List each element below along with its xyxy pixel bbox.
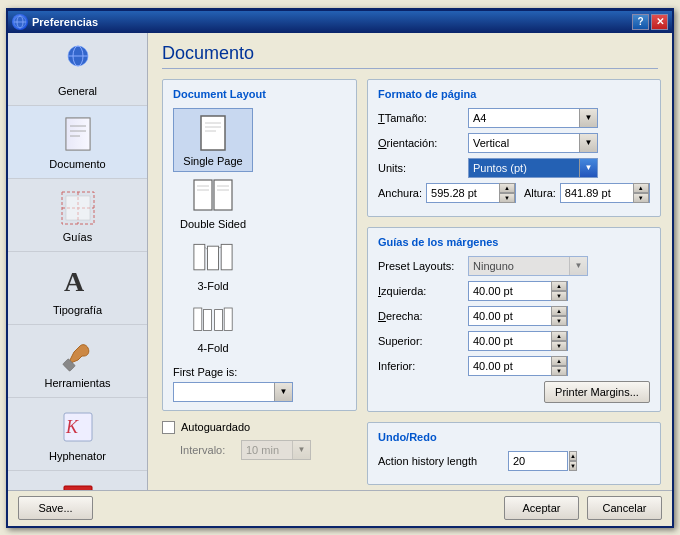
izquierda-spinner[interactable]: 40.00 pt ▲ ▼ xyxy=(468,281,568,301)
svg-rect-32 xyxy=(208,246,219,270)
close-button[interactable]: ✕ xyxy=(651,14,668,30)
guias-margenes-section: Guías de los márgenes Preset Layouts: Ni… xyxy=(367,227,661,412)
svg-text:A: A xyxy=(64,266,85,297)
derecha-label: Derecha: xyxy=(378,310,468,322)
izquierda-up[interactable]: ▲ xyxy=(551,281,567,291)
guias-icon xyxy=(57,187,99,229)
herramientas-icon xyxy=(57,333,99,375)
altura-up[interactable]: ▲ xyxy=(633,183,649,193)
sidebar-label-documento: Documento xyxy=(49,158,105,170)
svg-rect-14 xyxy=(66,196,90,220)
first-page-row: First Page is: xyxy=(173,366,346,378)
units-row: Units: Puntos (pt) ▼ xyxy=(378,158,650,178)
action-up[interactable]: ▲ xyxy=(569,451,577,461)
derecha-up[interactable]: ▲ xyxy=(551,306,567,316)
tamano-select[interactable]: A4 ▼ xyxy=(468,108,598,128)
svg-rect-33 xyxy=(221,244,232,269)
autoguardado-row: Autoguardado xyxy=(162,421,357,434)
izquierda-down[interactable]: ▼ xyxy=(551,291,567,301)
orientacion-value: Vertical xyxy=(469,137,579,149)
preset-select[interactable]: Ninguno ▼ xyxy=(468,256,588,276)
anchura-spinner[interactable]: 595.28 pt ▲ ▼ xyxy=(426,183,516,203)
inferior-down[interactable]: ▼ xyxy=(551,366,567,376)
superior-row: Superior: 40.00 pt ▲ ▼ xyxy=(378,331,650,351)
altura-down[interactable]: ▼ xyxy=(633,193,649,203)
altura-label: Altura: xyxy=(524,187,556,199)
documento-icon xyxy=(57,114,99,156)
accept-button[interactable]: Aceptar xyxy=(504,496,579,520)
svg-text:K: K xyxy=(65,417,79,437)
sidebar-item-documento[interactable]: Documento xyxy=(8,106,147,179)
save-button[interactable]: Save... xyxy=(18,496,93,520)
altura-spinner[interactable]: 841.89 pt ▲ ▼ xyxy=(560,183,650,203)
anchura-value: 595.28 pt xyxy=(427,187,499,199)
derecha-down[interactable]: ▼ xyxy=(551,316,567,326)
preferences-window: Preferencias ? ✕ General xyxy=(6,8,674,528)
two-column-layout: Document Layout Sin xyxy=(162,79,658,490)
sidebar-label-general: General xyxy=(58,85,97,97)
svg-rect-36 xyxy=(215,309,223,330)
layout-single-page[interactable]: Single Page xyxy=(173,108,253,172)
interval-value: 10 min xyxy=(242,444,292,456)
superior-up[interactable]: ▲ xyxy=(551,331,567,341)
derecha-row: Derecha: 40.00 pt ▲ ▼ xyxy=(378,306,650,326)
document-layout-title: Document Layout xyxy=(173,88,346,100)
sidebar-scroll: General xyxy=(8,33,147,490)
autoguardado-checkbox[interactable] xyxy=(162,421,175,434)
cancel-button[interactable]: Cancelar xyxy=(587,496,662,520)
inferior-spin-btns: ▲ ▼ xyxy=(551,356,567,376)
main-content: Documento Document Layout xyxy=(148,33,672,490)
sidebar-item-herramientas[interactable]: Herramientas xyxy=(8,325,147,398)
orientacion-label: Orientación: xyxy=(378,137,468,149)
svg-rect-35 xyxy=(203,309,211,330)
derecha-spinner[interactable]: 40.00 pt ▲ ▼ xyxy=(468,306,568,326)
title-bar: Preferencias ? ✕ xyxy=(8,11,672,33)
inferior-label: Inferior: xyxy=(378,360,468,372)
help-button[interactable]: ? xyxy=(632,14,649,30)
single-page-icon xyxy=(193,113,233,153)
sidebar-item-tipografia[interactable]: A Tipografía xyxy=(8,252,147,325)
izquierda-row: Izquierda: 40.00 pt ▲ ▼ xyxy=(378,281,650,301)
superior-down[interactable]: ▼ xyxy=(551,341,567,351)
units-arrow: ▼ xyxy=(579,159,597,177)
layout-4fold[interactable]: 4-Fold xyxy=(173,296,253,358)
autoguardado-label: Autoguardado xyxy=(181,421,250,433)
title-bar-left: Preferencias xyxy=(12,14,98,30)
sidebar-item-hyphenator[interactable]: K Hyphenator xyxy=(8,398,147,471)
sidebar-item-guias[interactable]: Guías xyxy=(8,179,147,252)
layout-double-sided[interactable]: Double Sided xyxy=(173,172,253,234)
action-history-spinner[interactable]: 20 ▲ ▼ xyxy=(508,451,568,471)
window-title: Preferencias xyxy=(32,16,98,28)
svg-rect-37 xyxy=(224,308,232,330)
superior-spinner[interactable]: 40.00 pt ▲ ▼ xyxy=(468,331,568,351)
anchura-down[interactable]: ▼ xyxy=(499,193,515,203)
altura-spin-btns: ▲ ▼ xyxy=(633,183,649,203)
dimensions-row: Anchura: 595.28 pt ▲ ▼ Altura: 841.89 p xyxy=(378,183,650,203)
orientacion-row: Orientación: Vertical ▼ xyxy=(378,133,650,153)
preset-value: Ninguno xyxy=(469,260,569,272)
inferior-up[interactable]: ▲ xyxy=(551,356,567,366)
interval-combo[interactable]: 10 min ▼ xyxy=(241,440,311,460)
units-select[interactable]: Puntos (pt) ▼ xyxy=(468,158,598,178)
sidebar-label-herramientas: Herramientas xyxy=(44,377,110,389)
anchura-up[interactable]: ▲ xyxy=(499,183,515,193)
sidebar-item-general[interactable]: General xyxy=(8,33,147,106)
inferior-row: Inferior: 40.00 pt ▲ ▼ xyxy=(378,356,650,376)
orientacion-select[interactable]: Vertical ▼ xyxy=(468,133,598,153)
svg-rect-7 xyxy=(66,118,90,150)
first-page-arrow: ▼ xyxy=(274,383,292,401)
sidebar-item-fonts[interactable]: F Fonts xyxy=(8,471,147,490)
fonts-icon: F xyxy=(57,479,99,490)
bottom-right-buttons: Aceptar Cancelar xyxy=(504,496,662,520)
action-history-row: Action history length 20 ▲ ▼ xyxy=(378,451,650,471)
printer-margins-button[interactable]: Printer Margins... xyxy=(544,381,650,403)
inferior-spinner[interactable]: 40.00 pt ▲ ▼ xyxy=(468,356,568,376)
tamano-label: TTamaño: xyxy=(378,112,468,124)
svg-rect-31 xyxy=(194,244,205,269)
action-down[interactable]: ▼ xyxy=(569,461,577,471)
first-page-select[interactable]: ▼ xyxy=(173,382,293,402)
layout-3fold[interactable]: 3-Fold xyxy=(173,234,253,296)
formato-pagina-title: Formato de página xyxy=(378,88,650,100)
anchura-label: Anchura: xyxy=(378,187,422,199)
right-column: Formato de página TTamaño: A4 ▼ xyxy=(367,79,661,490)
